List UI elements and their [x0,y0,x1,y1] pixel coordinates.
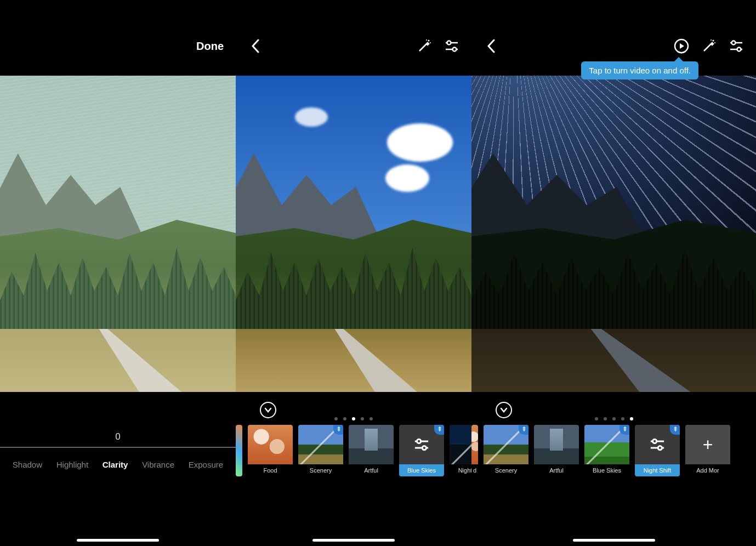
svg-point-2 [426,39,427,41]
collapse-button[interactable] [496,402,512,418]
svg-point-1 [430,42,431,43]
filter-item-night-shift[interactable]: ⇞ Night Shift [635,425,680,476]
sliders-icon [444,38,459,54]
preview-image-1 [0,76,236,392]
magic-wand-button[interactable] [416,37,433,55]
svg-point-14 [710,39,712,41]
done-button[interactable]: Done [196,40,224,53]
preview-image-2 [236,76,471,392]
filter-label: d [471,464,478,476]
magic-wand-icon [701,38,717,54]
filter-item-partial[interactable]: d [471,425,478,476]
download-badge-icon: ⇞ [333,425,343,435]
svg-point-4 [447,41,451,45]
filter-item-scenery[interactable]: ⇞ Scenery [298,425,343,476]
filter-item-partial[interactable] [236,425,242,476]
magic-wand-icon [417,38,432,54]
filter-label: Blue Skies [399,464,444,476]
tab-highlight[interactable]: Highlight [56,460,88,469]
adjust-button[interactable] [443,37,461,55]
chevron-down-icon [264,407,272,413]
filter-item-blue-skies[interactable]: ⇞ Blue Skies [399,425,444,476]
chevron-left-icon [251,39,260,53]
tab-shadow[interactable]: Shadow [13,460,42,469]
magic-wand-button[interactable] [700,37,718,55]
svg-point-6 [453,48,457,52]
filter-label: Night Shift [635,464,680,476]
plus-icon: + [685,425,730,464]
sliders-icon [729,38,744,54]
svg-point-20 [653,439,657,443]
collapse-button[interactable] [260,402,276,418]
tab-exposure[interactable]: Exposure [189,460,223,469]
home-indicator[interactable] [77,539,159,542]
svg-point-0 [428,40,430,42]
download-badge-icon: ⇞ [619,425,629,435]
svg-point-18 [737,48,741,52]
slider-value: 0 [0,392,236,442]
filter-label: Blue Skies [584,464,629,476]
page-dots[interactable] [334,417,373,420]
filter-item-food[interactable]: Food [248,425,293,476]
svg-point-12 [713,40,714,42]
sliders-icon [412,435,431,454]
adjustment-slider[interactable] [0,447,236,448]
sliders-icon [648,435,667,454]
preview-image-3 [471,76,756,392]
filter-strip[interactable]: Food ⇞ Scenery Artful ⇞ Blue Skies [236,418,471,476]
adjustment-tabs: Shadow Highlight Clarity Vibrance Exposu… [0,448,236,481]
filter-item-artful[interactable]: Artful [534,425,579,476]
tooltip: Tap to turn video on and off. [581,61,698,79]
filter-label: Night Shift [450,464,471,476]
play-circle-icon [673,38,690,54]
svg-point-10 [422,446,426,450]
chevron-left-icon [487,39,496,53]
svg-point-8 [417,439,421,443]
download-badge-icon: ⇞ [519,425,528,435]
chevron-down-icon [500,407,508,413]
home-indicator[interactable] [573,539,655,542]
home-indicator[interactable] [312,539,395,542]
filter-label: Artful [534,464,579,476]
filter-item-night-shift[interactable]: ⇞ Night Shift [450,425,471,476]
download-badge-icon: ⇞ [434,425,444,435]
filter-item-blue-skies[interactable]: ⇞ Blue Skies [584,425,629,476]
svg-point-13 [714,42,715,43]
filter-label: Food [248,464,293,476]
filter-label: Add Mor [685,464,730,476]
filter-label: Scenery [298,464,343,476]
tab-clarity[interactable]: Clarity [103,460,128,469]
svg-point-22 [658,446,662,450]
back-button[interactable] [247,37,264,55]
filter-item-artful[interactable]: Artful [349,425,394,476]
filter-item-add-more[interactable]: + Add Mor [685,425,730,476]
back-button[interactable] [482,37,500,55]
download-badge-icon: ⇞ [670,425,680,435]
filter-label: Artful [349,464,394,476]
svg-point-16 [732,41,736,45]
page-dots[interactable] [595,417,633,420]
filter-strip[interactable]: d ⇞ Scenery Artful ⇞ Blue Skies ⇞ [471,418,756,476]
filter-item-scenery[interactable]: ⇞ Scenery [484,425,528,476]
tab-vibrance[interactable]: Vibrance [142,460,174,469]
filter-label: Scenery [484,464,528,476]
adjust-button[interactable] [727,37,745,55]
video-toggle-button[interactable] [673,37,690,55]
